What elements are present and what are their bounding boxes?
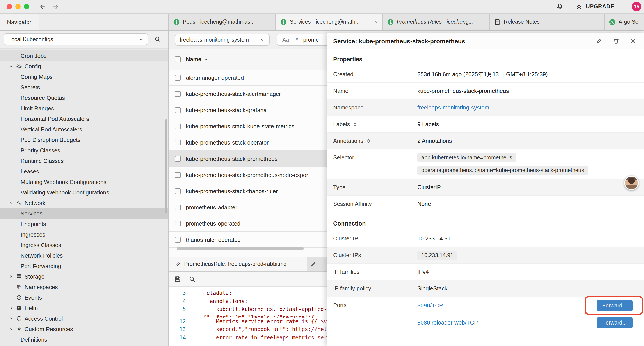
sidebar-scrollbar[interactable] xyxy=(165,119,168,213)
row-checkbox[interactable] xyxy=(175,139,180,145)
item-icon xyxy=(16,295,24,300)
editor-tab[interactable]: Services - icecheng@math... xyxy=(276,13,383,30)
row-checkbox[interactable] xyxy=(175,75,180,80)
sidebar-item[interactable]: Vertical Pod Autoscalers xyxy=(0,124,168,134)
close-tab-icon[interactable] xyxy=(374,20,378,24)
line-code: Metrics service error rate is {{ $va xyxy=(186,318,330,326)
sidebar-item[interactable]: Config xyxy=(0,61,168,71)
select-all-checkbox[interactable] xyxy=(175,56,180,62)
sidebar-item[interactable]: Services xyxy=(0,208,168,219)
row-checkbox[interactable] xyxy=(175,123,180,129)
sidebar-item[interactable]: Runtime Classes xyxy=(0,155,168,166)
annotations-row: Annotations 2 Annotations xyxy=(327,133,644,149)
sidebar-item[interactable]: Network xyxy=(0,198,168,208)
sidebar-item[interactable]: Pod Disruption Budgets xyxy=(0,134,168,145)
row-checkbox[interactable] xyxy=(175,91,180,97)
forward-button[interactable]: Forward... xyxy=(596,300,632,311)
notifications-bell-icon[interactable] xyxy=(556,3,564,10)
sidebar-item[interactable]: Helm xyxy=(0,303,168,313)
notification-count-badge[interactable]: 15 xyxy=(632,2,641,11)
row-checkbox[interactable] xyxy=(175,172,180,178)
sidebar-item[interactable]: Endpoints xyxy=(0,219,168,229)
row-checkbox[interactable] xyxy=(175,156,180,161)
sidebar-item[interactable]: Port Forwarding xyxy=(0,261,168,271)
name-column-header[interactable]: Name xyxy=(186,56,208,62)
namespace-link[interactable]: freeleaps-monitoring-system xyxy=(417,104,489,111)
editor-tab[interactable]: Prometheus Rules - icecheng... xyxy=(383,13,490,30)
delete-resource-icon[interactable] xyxy=(613,38,620,44)
sidebar-item[interactable]: Namespaces xyxy=(0,282,168,292)
sidebar-item[interactable]: Ingresses xyxy=(0,229,168,240)
row-checkbox[interactable] xyxy=(175,107,180,113)
sidebar-item[interactable]: Priority Classes xyxy=(0,145,168,155)
sidebar-item-label: Config Maps xyxy=(20,73,52,80)
chevron-icon[interactable] xyxy=(9,327,16,331)
horizontal-scrollbar[interactable] xyxy=(177,247,304,250)
tab-label: Release Notes xyxy=(504,19,540,25)
expand-annotations-icon[interactable] xyxy=(366,138,371,143)
sidebar-item-label: Validating Webhook Configurations xyxy=(20,189,109,196)
chevron-icon[interactable] xyxy=(9,274,16,279)
sidebar-item[interactable]: Resource Quotas xyxy=(0,92,168,103)
chevron-icon[interactable] xyxy=(9,200,16,205)
dock-tab-partial[interactable] xyxy=(307,257,319,271)
sidebar-search-icon[interactable] xyxy=(154,36,161,42)
sidebar-item[interactable]: Events xyxy=(0,292,168,303)
editor-tabs: Pods - icecheng@mathmas... Services - ic… xyxy=(169,13,644,30)
editor-search-icon[interactable] xyxy=(189,276,196,282)
row-checkbox[interactable] xyxy=(175,237,180,242)
sidebar-item[interactable]: Custom Resources xyxy=(0,324,168,334)
editor-tab[interactable]: Release Notes xyxy=(490,13,604,30)
sidebar-item[interactable]: Config Maps xyxy=(0,71,168,82)
sidebar-item[interactable]: Limit Ranges xyxy=(0,103,168,113)
close-drawer-icon[interactable] xyxy=(630,38,636,44)
save-icon[interactable] xyxy=(174,276,181,283)
sidebar-item[interactable]: Storage xyxy=(0,271,168,282)
forward-icon[interactable] xyxy=(52,3,59,10)
tab-icon xyxy=(494,19,501,25)
edit-resource-icon[interactable] xyxy=(596,38,602,44)
kubeconfig-selector[interactable]: Local Kubeconfigs xyxy=(4,33,148,45)
maximize-window-button[interactable] xyxy=(24,4,29,9)
tab-label: Pods - icecheng@mathmas... xyxy=(183,19,255,25)
chevron-icon[interactable] xyxy=(9,64,16,68)
line-number xyxy=(169,314,186,318)
upgrade-button[interactable]: UPGRADE xyxy=(586,3,614,10)
sidebar-item[interactable]: Network Policies xyxy=(0,250,168,261)
port-link[interactable]: 8080:reloader-web/TCP xyxy=(417,319,478,326)
sidebar-item[interactable]: Access Control xyxy=(0,313,168,324)
editor-tab[interactable]: Argo Se xyxy=(604,13,644,30)
navigator-tree: Cron Jobs Config Config Maps xyxy=(0,50,168,345)
chevron-icon[interactable] xyxy=(9,306,16,310)
sidebar-item-label: Network Policies xyxy=(20,252,63,259)
row-checkbox[interactable] xyxy=(175,188,180,194)
close-window-button[interactable] xyxy=(6,4,12,9)
sidebar-item[interactable]: Leases xyxy=(0,166,168,177)
sidebar-item[interactable]: Horizontal Pod Autoscalers xyxy=(0,113,168,124)
back-icon[interactable] xyxy=(39,3,46,10)
expand-labels-icon[interactable] xyxy=(353,122,358,127)
editor-tab[interactable]: Pods - icecheng@mathmas... xyxy=(169,13,276,30)
forward-button[interactable]: Forward... xyxy=(596,317,632,328)
sidebar-item[interactable]: Validating Webhook Configurations xyxy=(0,187,168,198)
regex-toggle[interactable]: .* xyxy=(294,36,298,43)
row-checkbox[interactable] xyxy=(175,221,180,226)
service-name: thanos-ruler-operated xyxy=(186,236,241,243)
sidebar-item[interactable]: Secrets xyxy=(0,82,168,92)
row-checkbox[interactable] xyxy=(175,204,180,210)
sidebar-item[interactable]: Definitions xyxy=(0,334,168,345)
minimize-window-button[interactable] xyxy=(15,4,20,9)
ports-row: Ports 9090/TCP Forward... 8080:reloader-… xyxy=(327,297,644,331)
dock-tab-prometheusrule[interactable]: PrometheusRule: freeleaps-prod-rabbitmq xyxy=(169,257,307,271)
match-case-toggle[interactable]: Aa xyxy=(282,36,289,43)
tab-label: Argo Se xyxy=(618,19,638,25)
sidebar-item[interactable]: Cron Jobs xyxy=(0,50,168,61)
sidebar-item[interactable]: Ingress Classes xyxy=(0,240,168,250)
sidebar-item[interactable]: Mutating Webhook Configurations xyxy=(0,177,168,187)
avatar[interactable] xyxy=(624,176,639,190)
kubeconfig-selector-value: Local Kubeconfigs xyxy=(8,36,53,42)
chevron-icon[interactable] xyxy=(9,316,16,321)
created-row: Created 253d 16h 6m ago (2025年1月13日 GMT+… xyxy=(327,66,644,83)
port-link[interactable]: 9090/TCP xyxy=(417,302,443,309)
namespace-selector[interactable]: freeleaps-monitoring-system xyxy=(175,34,270,45)
